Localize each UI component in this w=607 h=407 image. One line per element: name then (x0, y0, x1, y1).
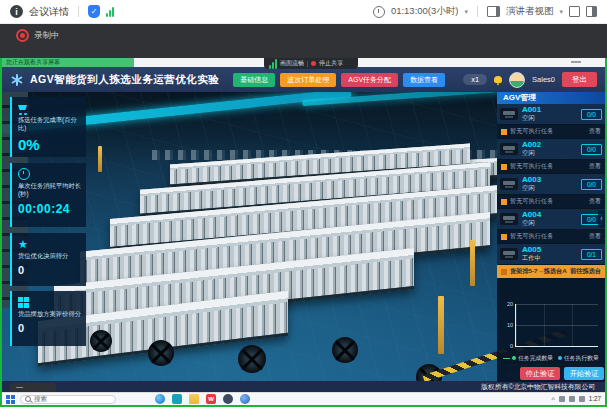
share-control-tab: 画面流畅 停止共享 (264, 58, 358, 69)
chart-plot-area (515, 304, 598, 347)
share-signal-icon (269, 59, 277, 69)
stage-background: 录制中 (0, 24, 607, 58)
folder-icon[interactable] (189, 394, 199, 404)
agv-task-text: 暂无可执行任务 (510, 197, 553, 206)
kpi-card-placement-score: 货品摆放方案评价得分 0 (10, 291, 86, 346)
agv-row[interactable]: A001 空闲 0/0 (497, 104, 605, 125)
agv-robot-icon (500, 143, 518, 155)
banner-minimize-icon[interactable] (571, 61, 581, 63)
taskbar-clock[interactable]: 1:27 (589, 396, 601, 402)
system-tray: ^ 1:27 (551, 396, 601, 403)
network-signal-icon[interactable] (106, 7, 114, 17)
taskbar-search-input[interactable]: 搜索 (20, 395, 116, 404)
kpi-value: 0 (18, 264, 81, 276)
panel-collapse-handle[interactable]: ‹ (598, 210, 605, 228)
agv-status: 空闲 (522, 115, 541, 122)
app-icon[interactable] (240, 394, 250, 404)
agv-count-badge[interactable]: 0/0 (581, 109, 602, 120)
agv-row[interactable]: A002 空闲 0/0 (497, 139, 605, 160)
tray-icon[interactable] (579, 396, 585, 402)
meeting-details-label[interactable]: 会议详情 (29, 5, 69, 19)
copyright-footer: 版权所有©北京中物汇智科技有限公司 (2, 381, 605, 392)
agv-task-action[interactable]: 查看 (589, 162, 601, 171)
stop-verify-button[interactable]: 停止验证 (520, 367, 560, 380)
start-button[interactable] (6, 395, 15, 404)
task-bullet-icon (501, 269, 507, 275)
meeting-topbar: i 会议详情 ✓ 01:13:00(3小时) ▾ 演讲者视图 ▾ (0, 0, 607, 24)
agv-task-text: 货架排5-7→拣选台A01 (510, 267, 567, 276)
stop-share-dot-icon[interactable] (311, 61, 316, 66)
agv-task-row: 暂无可执行任务 查看 (497, 125, 605, 139)
kpi-value: 0 (18, 322, 81, 334)
agv-task-action[interactable]: 查看 (589, 232, 601, 241)
agv-status: 工作中 (522, 255, 541, 262)
sim-speed-button[interactable]: x1 (463, 74, 487, 85)
agv-task-action[interactable]: 前往拣选台 (570, 267, 601, 276)
agv-status: 空闲 (522, 185, 541, 192)
tray-expand-icon[interactable]: ^ (551, 396, 554, 403)
floor-fan (148, 340, 174, 366)
nav-basic-info-button[interactable]: 基础信息 (233, 73, 275, 87)
agv-panel-title: AGV管理 (497, 91, 605, 104)
meeting-timer-icon (373, 6, 385, 18)
agv-count-badge[interactable]: 0/0 (581, 144, 602, 155)
agv-task-action[interactable]: 查看 (589, 127, 601, 136)
agv-row[interactable]: A005 工作中 0/1 (497, 244, 605, 265)
y-axis-tick: 10 (500, 322, 513, 328)
legend-dot-icon (512, 356, 516, 360)
nav-agv-task-button[interactable]: AGV任务分配 (341, 73, 398, 87)
app-header: AGV智能货到人拣选业务运营优化实验 基础信息 波次订单处理 AGV任务分配 数… (2, 67, 605, 92)
agv-task-action[interactable]: 查看 (589, 197, 601, 206)
logout-button[interactable]: 登出 (562, 72, 597, 87)
stop-share-label[interactable]: 停止共享 (319, 59, 343, 68)
chevron-down-icon[interactable]: ▾ (464, 8, 468, 16)
agv-robot-icon (500, 213, 518, 225)
legend-item: 任务完成数量 (503, 354, 553, 363)
kpi-card-slot-score: ★ 货位优化决策得分 0 (10, 233, 86, 286)
legend-dot-icon (558, 356, 562, 360)
task-bullet-icon (501, 164, 507, 170)
header-nav: 基础信息 波次订单处理 AGV任务分配 数据查看 (233, 73, 445, 87)
view-mode-selector[interactable]: 演讲者视图 (506, 5, 554, 18)
share-quality-label: 画面流畅 (280, 59, 304, 68)
shared-screen-region: 您正在观看共享屏幕 画面流畅 停止共享 AGV智能货到人拣选业务运营优化实验 基… (0, 58, 607, 407)
chevron-down-icon[interactable]: ▾ (559, 8, 563, 16)
meeting-duration[interactable]: 01:13:00(3小时) (391, 5, 459, 18)
agv-task-row: 暂无可执行任务 查看 (497, 160, 605, 174)
browser-icon[interactable] (155, 394, 165, 404)
y-axis-tick: 20 (500, 301, 513, 307)
legend-label: 任务完成数量 (518, 354, 553, 363)
task-bullet-icon (501, 199, 507, 205)
start-verify-button[interactable]: 开始验证 (564, 367, 604, 380)
agv-task-text: 暂无可执行任务 (510, 127, 553, 136)
fullscreen-icon[interactable] (569, 6, 580, 17)
search-placeholder: 搜索 (34, 395, 47, 404)
agv-count-badge[interactable]: 0/0 (581, 179, 602, 190)
nav-data-view-button[interactable]: 数据查看 (403, 73, 445, 87)
agv-robot-icon (500, 178, 518, 190)
minimized-window-tab[interactable]: — (10, 383, 56, 392)
meeting-app-icon[interactable] (172, 394, 182, 404)
legend-item: 任务执行数量 (558, 354, 599, 363)
avatar[interactable] (509, 72, 525, 88)
app-icon[interactable] (223, 394, 233, 404)
security-shield-icon[interactable]: ✓ (88, 5, 100, 18)
star-icon: ★ (18, 239, 28, 249)
agv-count-badge[interactable]: 0/1 (581, 249, 602, 260)
tray-icon[interactable] (569, 396, 575, 402)
agv-row[interactable]: A004 空闲 0/0 (497, 209, 605, 230)
office-app-icon[interactable]: W (206, 394, 216, 404)
meeting-info-icon[interactable]: i (10, 5, 23, 18)
nav-wave-order-button[interactable]: 波次订单处理 (280, 73, 336, 87)
kpi-value: 00:00:24 (18, 202, 81, 216)
agv-robot-icon (500, 248, 518, 260)
agv-row[interactable]: A003 空闲 0/0 (497, 174, 605, 195)
tray-icon[interactable] (559, 396, 565, 402)
pillar (470, 240, 475, 286)
agv-task-row: 暂无可执行任务 查看 (497, 230, 605, 244)
kpi-value: 0% (18, 136, 81, 153)
kpi-label: 货位优化决策得分 (18, 252, 81, 260)
kpi-label: 单次任务消耗平均时长(秒) (18, 182, 81, 198)
window-mode-icon[interactable] (586, 6, 597, 17)
bell-icon[interactable] (494, 76, 502, 83)
